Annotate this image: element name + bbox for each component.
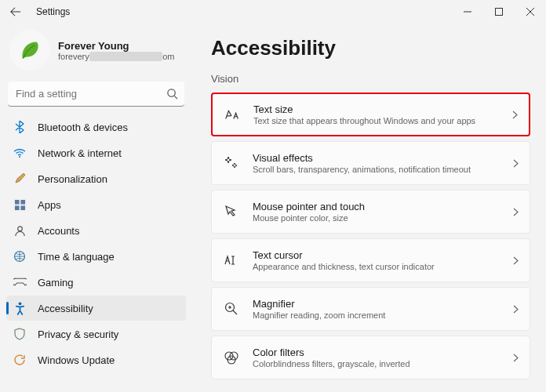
nav-list: Bluetooth & devices Network & internet P… — [6, 114, 186, 372]
chevron-right-icon — [513, 354, 519, 362]
chevron-right-icon — [513, 159, 519, 168]
sidebar-item-bluetooth[interactable]: Bluetooth & devices — [6, 114, 186, 140]
sidebar-item-personalization[interactable]: Personalization — [6, 166, 186, 191]
card-mouse-pointer[interactable]: Mouse pointer and touchMouse pointer col… — [211, 190, 530, 234]
close-icon — [526, 8, 534, 16]
text-size-icon — [224, 106, 241, 123]
apps-icon — [13, 198, 27, 212]
card-title: Visual effects — [253, 152, 513, 164]
nav-label: Privacy & security — [38, 328, 118, 340]
nav-label: Accounts — [38, 225, 79, 237]
minimize-icon — [464, 8, 471, 16]
arrow-left-icon — [10, 6, 21, 17]
update-icon — [13, 353, 27, 367]
card-desc: Appearance and thickness, text cursor in… — [253, 262, 513, 271]
nav-label: Apps — [38, 199, 61, 211]
gamepad-icon — [13, 275, 27, 289]
nav-label: Time & language — [38, 251, 115, 263]
sidebar-item-time[interactable]: Time & language — [6, 244, 186, 269]
section-label: Vision — [211, 73, 530, 85]
chevron-right-icon — [512, 111, 518, 119]
chevron-right-icon — [513, 256, 519, 265]
sparkle-icon — [223, 154, 240, 172]
nav-label: Accessibility — [38, 303, 93, 314]
sidebar: Forever Young foreveryxxxxxxxxxxxxxxxxxo… — [0, 24, 192, 392]
leaf-icon — [16, 37, 43, 64]
card-title: Color filters — [253, 347, 513, 358]
nav-label: Personalization — [38, 173, 107, 185]
svg-point-9 — [18, 302, 21, 305]
sidebar-item-gaming[interactable]: Gaming — [6, 270, 186, 295]
svg-point-1 — [168, 89, 175, 96]
search-icon — [166, 88, 178, 100]
svg-rect-3 — [14, 199, 19, 204]
sidebar-item-accounts[interactable]: Accounts — [6, 218, 186, 243]
card-text-size[interactable]: Text sizeText size that appears througho… — [211, 93, 530, 136]
svg-rect-4 — [20, 199, 25, 204]
nav-label: Gaming — [38, 277, 74, 289]
card-title: Magnifier — [253, 298, 513, 310]
svg-rect-6 — [20, 205, 25, 210]
back-button[interactable] — [6, 2, 25, 21]
chevron-right-icon — [513, 208, 519, 216]
brush-icon — [13, 172, 27, 186]
card-title: Text cursor — [253, 249, 513, 261]
svg-rect-0 — [496, 9, 503, 16]
card-title: Text size — [253, 103, 512, 115]
page-heading: Accessibility — [211, 36, 530, 60]
main-content: Accessibility Vision Text sizeText size … — [192, 24, 546, 392]
profile-name: Forever Young — [58, 40, 175, 52]
color-filters-icon — [223, 349, 240, 366]
nav-label: Network & internet — [38, 147, 122, 159]
chevron-right-icon — [513, 305, 519, 314]
minimize-button[interactable] — [452, 0, 483, 24]
svg-point-2 — [19, 156, 20, 158]
text-cursor-icon — [223, 252, 240, 269]
person-icon — [13, 223, 27, 238]
settings-cards: Text sizeText size that appears througho… — [211, 93, 530, 379]
nav-label: Windows Update — [38, 354, 115, 366]
search-input[interactable] — [8, 82, 184, 107]
profile-email: foreveryxxxxxxxxxxxxxxxxxom — [58, 52, 175, 61]
svg-rect-5 — [14, 205, 19, 210]
card-title: Mouse pointer and touch — [253, 201, 513, 212]
card-visual-effects[interactable]: Visual effectsScroll bars, transparency,… — [211, 141, 530, 185]
card-desc: Colorblindness filters, grayscale, inver… — [253, 359, 513, 368]
maximize-button[interactable] — [483, 0, 515, 24]
card-text-cursor[interactable]: Text cursorAppearance and thickness, tex… — [211, 238, 530, 282]
card-desc: Mouse pointer color, size — [253, 213, 513, 223]
sidebar-item-update[interactable]: Windows Update — [6, 347, 186, 372]
sidebar-item-network[interactable]: Network & internet — [6, 140, 186, 165]
titlebar: Settings — [0, 0, 546, 24]
card-color-filters[interactable]: Color filtersColorblindness filters, gra… — [211, 336, 530, 379]
close-button[interactable] — [515, 0, 546, 24]
avatar — [9, 30, 50, 71]
globe-clock-icon — [13, 249, 27, 263]
window-title: Settings — [36, 6, 70, 17]
search-box[interactable] — [8, 82, 184, 107]
shield-icon — [13, 327, 27, 341]
nav-label: Bluetooth & devices — [38, 122, 128, 133]
cursor-icon — [223, 203, 240, 220]
sidebar-item-privacy[interactable]: Privacy & security — [6, 321, 186, 347]
accessibility-icon — [13, 301, 27, 315]
card-desc: Text size that appears throughout Window… — [253, 116, 512, 125]
sidebar-item-apps[interactable]: Apps — [6, 192, 186, 217]
magnifier-icon — [223, 300, 240, 318]
card-desc: Magnifier reading, zoom increment — [253, 310, 513, 320]
card-magnifier[interactable]: MagnifierMagnifier reading, zoom increme… — [211, 287, 530, 331]
maximize-icon — [495, 8, 503, 16]
sidebar-item-accessibility[interactable]: Accessibility — [6, 296, 186, 321]
card-desc: Scroll bars, transparency, animations, n… — [253, 165, 513, 174]
wifi-icon — [13, 146, 27, 160]
svg-point-7 — [17, 226, 22, 230]
bluetooth-icon — [13, 120, 27, 134]
profile-block[interactable]: Forever Young foreveryxxxxxxxxxxxxxxxxxo… — [6, 24, 186, 82]
